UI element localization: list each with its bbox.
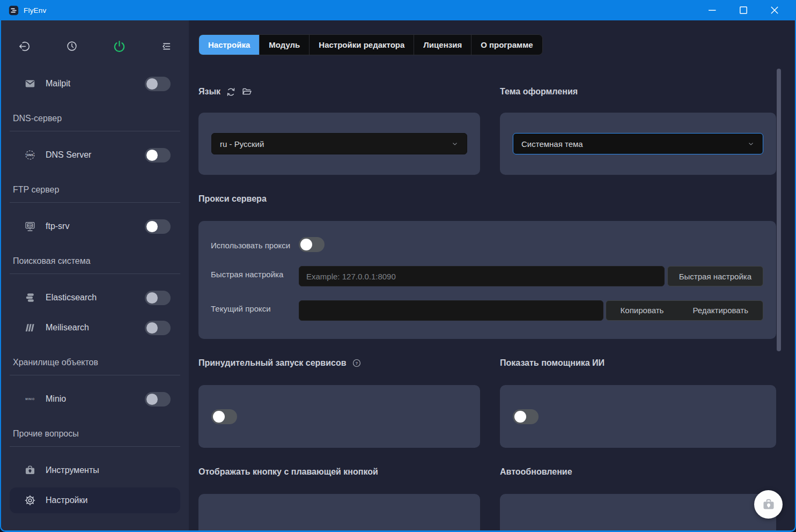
proxy-quick-label: Быстрая настройка	[211, 266, 299, 280]
sidebar-item-minio[interactable]: MINIOMinio	[1, 384, 189, 414]
floating-button-heading: Отображать кнопку с плавающей кнопкой	[198, 466, 480, 478]
force-start-card	[198, 385, 480, 448]
sidebar-item-ftp-srv[interactable]: FTPftp-srv	[1, 211, 189, 241]
auto-update-card	[500, 494, 776, 530]
sidebar: MailpitDNS-серверDNSDNS ServerFTP сервер…	[1, 20, 189, 530]
ftp-icon: FTP	[24, 220, 36, 232]
toggle-knob	[146, 150, 158, 161]
chevron-down-icon	[451, 140, 459, 147]
service-toggle[interactable]	[145, 148, 171, 162]
svg-text:?: ?	[355, 361, 358, 366]
mailpit-icon	[24, 78, 36, 90]
sidebar-item-label: DNS Server	[46, 150, 145, 160]
language-select[interactable]: ru - Русский	[211, 133, 467, 154]
proxy-heading: Прокси сервера	[198, 193, 776, 205]
sidebar-divider	[10, 131, 180, 131]
toggle-knob	[146, 394, 158, 405]
language-heading: Язык	[198, 86, 480, 98]
theme-select[interactable]: Системная тема	[513, 133, 763, 154]
sidebar-divider	[10, 202, 180, 203]
main-content: НастройкаМодульНастройки редактораЛиценз…	[189, 20, 795, 530]
help-icon[interactable]: ?	[352, 358, 362, 368]
sidebar-item-label: Elasticsearch	[46, 293, 145, 302]
maximize-button[interactable]	[734, 2, 753, 18]
toggle-knob	[146, 221, 158, 232]
sidebar-item-инструменты[interactable]: Инструменты	[1, 455, 189, 485]
minimize-icon	[706, 4, 719, 17]
app-window: FlyEnv MailpitDNS-серверDNSDNS ServerFTP…	[0, 0, 796, 532]
sidebar-divider	[10, 446, 180, 447]
tab-настройка[interactable]: Настройка	[199, 35, 260, 55]
scrollbar-thumb[interactable]	[777, 69, 781, 351]
sidebar-divider	[10, 274, 180, 274]
sidebar-item-elasticsearch[interactable]: Elasticsearch	[1, 283, 189, 313]
ai-assistant-toggle[interactable]	[513, 409, 539, 424]
sidebar-item-mailpit[interactable]: Mailpit	[1, 69, 189, 99]
sidebar-toolbar	[1, 35, 189, 57]
elasticsearch-icon	[24, 292, 36, 304]
folder-icon[interactable]	[241, 86, 252, 97]
proxy-use-toggle[interactable]	[299, 237, 325, 252]
window-controls	[703, 2, 788, 18]
sidebar-section-header: Прочие вопросы	[1, 429, 189, 439]
proxy-use-label: Использовать прокси	[211, 237, 299, 252]
minio-icon: MINIO	[24, 393, 36, 405]
sidebar-item-label: Настройки	[46, 496, 171, 505]
svg-text:MINIO: MINIO	[25, 398, 35, 401]
app-logo-icon	[9, 5, 19, 16]
tab-лицензия[interactable]: Лицензия	[414, 35, 471, 55]
exit-icon[interactable]	[16, 38, 32, 54]
sidebar-item-настройки[interactable]: Настройки	[10, 487, 180, 513]
sidebar-divider	[10, 375, 180, 375]
service-toggle[interactable]	[145, 321, 171, 335]
settings-gear-icon	[24, 494, 36, 506]
sidebar-item-dns-server[interactable]: DNSDNS Server	[1, 140, 189, 170]
language-card: ru - Русский	[198, 113, 480, 175]
history-clock-icon[interactable]	[64, 38, 80, 54]
tab-настройки-редактора[interactable]: Настройки редактора	[309, 35, 414, 55]
sidebar-entries: MailpitDNS-серверDNSDNS ServerFTP сервер…	[1, 69, 189, 513]
service-toggle[interactable]	[145, 77, 171, 91]
proxy-quick-setup-button[interactable]: Быстрая настройка	[667, 266, 763, 286]
chevron-down-icon	[747, 140, 755, 147]
proxy-copy-button[interactable]: Копировать	[606, 301, 679, 320]
sidebar-section-header: DNS-сервер	[1, 114, 189, 123]
collapse-menu-icon[interactable]	[159, 38, 175, 54]
proxy-card: Использовать прокси Быстрая настройка Бы…	[198, 221, 776, 339]
proxy-edit-button[interactable]: Редактировать	[678, 301, 763, 320]
dns-icon: DNS	[24, 149, 36, 161]
service-toggle[interactable]	[145, 219, 171, 234]
toggle-knob	[146, 292, 158, 304]
tab-модуль[interactable]: Модуль	[260, 35, 309, 55]
service-toggle[interactable]	[145, 392, 171, 407]
close-button[interactable]	[765, 2, 784, 18]
sidebar-item-label: Инструменты	[46, 466, 171, 475]
sidebar-section-header: FTP сервер	[1, 185, 189, 195]
sidebar-item-label: Mailpit	[46, 79, 145, 88]
svg-text:DNS: DNS	[27, 153, 33, 157]
tools-icon	[24, 464, 36, 476]
maximize-icon	[737, 4, 750, 17]
tab-о-программе[interactable]: О программе	[471, 35, 542, 55]
minimize-button[interactable]	[703, 2, 722, 18]
service-toggle[interactable]	[145, 291, 171, 305]
settings-tabbar: НастройкаМодульНастройки редактораЛиценз…	[198, 34, 543, 55]
sidebar-item-meilisearch[interactable]: Meilisearch	[1, 313, 189, 343]
proxy-current-input[interactable]	[299, 300, 603, 321]
theme-card: Системная тема	[500, 113, 776, 175]
toggle-knob	[146, 78, 158, 90]
proxy-quick-input[interactable]	[299, 266, 665, 286]
refresh-icon[interactable]	[226, 87, 236, 97]
screenshot-fab-button[interactable]	[754, 490, 783, 519]
sidebar-active-item: Настройки	[10, 487, 180, 513]
power-icon[interactable]	[111, 38, 127, 54]
sidebar-item-label: Minio	[46, 394, 145, 404]
toggle-knob	[146, 322, 158, 334]
force-start-toggle[interactable]	[211, 409, 237, 424]
sidebar-section-header: Поисковая система	[1, 256, 189, 266]
svg-text:FTP: FTP	[28, 224, 32, 227]
floating-button-card	[198, 494, 480, 530]
force-start-heading: Принудительный запуск сервисов ?	[198, 357, 480, 369]
meilisearch-icon	[24, 322, 36, 334]
sidebar-section-header: Хранилище объектов	[1, 358, 189, 367]
